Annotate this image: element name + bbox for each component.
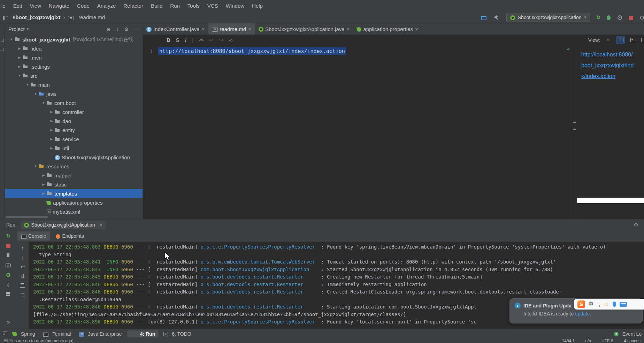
close-icon[interactable]: ×	[415, 26, 418, 32]
italic-button[interactable]: I	[185, 37, 186, 43]
tree-item-src[interactable]: ▼src	[5, 71, 143, 80]
preview-link-text[interactable]: x/index.action	[581, 71, 642, 82]
keyboard-icon[interactable]	[620, 302, 627, 307]
tree-item-dao[interactable]: ▶dao	[5, 116, 143, 125]
status-widget-utf-8[interactable]: UTF-8	[601, 338, 613, 343]
tree-item-sboot-jxxgzxwjglxt[interactable]: ▼sboot_jxxgzxwjglxt[zxwjdcxt] G:\shejiin…	[5, 35, 143, 44]
hide-panel-icon[interactable]: —	[134, 26, 139, 32]
thread-dump-icon[interactable]	[5, 262, 12, 268]
rerun-icon[interactable]: ↻	[5, 233, 12, 239]
tree-item-idea[interactable]: ▶.idea	[5, 44, 143, 53]
print-icon[interactable]	[20, 282, 26, 289]
stripe-button-icon[interactable]	[1, 39, 4, 42]
bold-button[interactable]: B	[167, 37, 170, 43]
tree-item-settings[interactable]: ▶.settings	[5, 62, 143, 71]
horizontal-scrollbar[interactable]	[6, 216, 48, 218]
menu-item-help[interactable]: Help	[248, 3, 267, 9]
menu-item-code[interactable]: Code	[73, 3, 93, 9]
tree-toggle-icon[interactable]: ▶	[16, 65, 23, 68]
ime-toolbar[interactable]: S 中 ’, ☺	[574, 299, 644, 310]
project-title[interactable]: Project	[8, 26, 25, 32]
status-widget-1484-1[interactable]: 1484:1	[562, 338, 575, 343]
tab-application-properties[interactable]: application.properties×	[353, 23, 422, 35]
preview-scrollbar[interactable]	[577, 198, 644, 203]
update-link[interactable]: update	[575, 311, 590, 317]
menu-item-refactor[interactable]: Refactor	[120, 3, 147, 9]
tree-toggle-icon[interactable]: ▶	[48, 110, 55, 114]
menu-item-build[interactable]: Build	[147, 3, 166, 9]
console-tab-endpoints[interactable]: Endpoints	[52, 231, 87, 241]
close-icon[interactable]: ×	[202, 26, 205, 32]
tree-toggle-icon[interactable]: ▶	[48, 146, 55, 150]
menu-item-view[interactable]: View	[26, 3, 45, 9]
selected-url-text[interactable]: http://localhost:8080/sboot_jxxgzxwjglxt…	[158, 47, 346, 55]
build-hammer-icon[interactable]	[493, 15, 499, 20]
tree-toggle-icon[interactable]: ▶	[16, 47, 23, 50]
coverage-gear-icon[interactable]: ⚙	[5, 272, 12, 278]
emoji-icon[interactable]: ☺	[604, 301, 609, 307]
tree-item-java[interactable]: ▼java	[5, 89, 143, 98]
tree-item-mybatis-xml[interactable]: xmybatis.xml	[5, 207, 143, 216]
settings-gear-icon[interactable]: ⚙	[634, 222, 638, 228]
preview-link-text[interactable]: boot_jxxgzxwjglxt/ind	[581, 60, 642, 71]
run-configuration-combo[interactable]: SbootJxxgzxwjglxtApplication ▾	[506, 13, 590, 22]
settings-gear-icon[interactable]: ⚙	[124, 26, 129, 32]
tree-toggle-icon[interactable]: ▼	[16, 74, 23, 77]
menu-item-run[interactable]: Run	[166, 3, 184, 9]
toolwindow-button-terminal[interactable]: Terminal	[40, 330, 74, 337]
tree-item-templates[interactable]: ▶templates	[5, 189, 143, 198]
mic-icon[interactable]	[613, 302, 616, 307]
toolwindow-button-event-lo[interactable]: 1Event Lo	[611, 330, 644, 337]
tree-item-com-boot[interactable]: ▼com.boot	[5, 98, 143, 107]
undo-button[interactable]: ↩	[209, 37, 214, 43]
tree-toggle-icon[interactable]: ▶	[40, 192, 47, 195]
down-stack-icon[interactable]: ↓	[20, 254, 26, 260]
menu-item-vcs[interactable]: VCS	[204, 3, 222, 9]
toolwindow-button-4-run[interactable]: 4: Run	[127, 330, 159, 337]
link-button[interactable]: ∞	[229, 37, 232, 43]
toolwindow-button-6-todo[interactable]: ≡6: TODO	[160, 330, 194, 337]
editor-and-preview-icon[interactable]	[616, 36, 625, 44]
tree-item-mapper[interactable]: ▶mapper	[5, 171, 143, 180]
preview-only-icon[interactable]	[629, 36, 638, 44]
rerun-icon[interactable]: ↻	[595, 14, 601, 21]
locate-icon[interactable]: ⊕	[107, 26, 111, 32]
tree-toggle-icon[interactable]: ▶	[48, 119, 55, 123]
console-tab-console[interactable]: Console	[17, 231, 50, 241]
tree-item-controller[interactable]: ▶controller	[5, 107, 143, 116]
ime-chinese-mode[interactable]: 中	[589, 301, 594, 307]
soft-wrap-icon[interactable]: ↩	[20, 264, 26, 270]
tree-toggle-icon[interactable]: ▼	[8, 38, 15, 41]
preview-link-text[interactable]: http://localhost:8080/	[581, 49, 642, 60]
breadcrumb-file[interactable]: readme.md	[78, 14, 105, 20]
tree-item-util[interactable]: ▶util	[5, 144, 143, 153]
close-icon[interactable]: ×	[248, 26, 251, 32]
status-widget-n-a[interactable]: n/a	[585, 338, 591, 343]
debug-bug-icon[interactable]	[607, 15, 611, 20]
profiler-icon[interactable]	[618, 15, 622, 20]
tree-toggle-icon[interactable]: ▶	[48, 137, 55, 141]
tab-readme-md[interactable]: Mreadme.md×	[208, 23, 255, 35]
chevron-down-icon[interactable]: ▾	[27, 27, 29, 31]
tree-item-static[interactable]: ▶static	[5, 180, 143, 189]
tree-item-mvn[interactable]: ▶.mvn	[5, 53, 143, 62]
tree-item-main[interactable]: ▼main	[5, 80, 143, 89]
tree-toggle-icon[interactable]: ▼	[32, 165, 39, 168]
menu-item-edit[interactable]: Edit	[9, 3, 26, 9]
menu-item-window[interactable]: Window	[222, 3, 248, 9]
breadcrumb-project[interactable]: sboot_jxxgzxwjglxt	[13, 14, 61, 20]
run-tab[interactable]: SbootJxxgzxwjglxtApplication ×	[21, 221, 106, 229]
layout-options-icon[interactable]	[641, 36, 644, 44]
menu-item-navigate[interactable]: Navigate	[45, 3, 73, 9]
tree-toggle-icon[interactable]: ▼	[24, 83, 31, 86]
tree-item-service[interactable]: ▶service	[5, 135, 143, 144]
search-everywhere-icon[interactable]	[640, 16, 644, 20]
toolwindow-button-java-enterprise[interactable]: JJava Enterprise	[76, 330, 125, 337]
stop-icon[interactable]	[5, 243, 12, 249]
up-stack-icon[interactable]: ↑	[20, 245, 26, 251]
scroll-to-end-icon[interactable]: ⇊	[20, 273, 26, 279]
stripe-button-icon[interactable]	[1, 48, 4, 51]
clear-all-icon[interactable]	[20, 292, 26, 298]
expand-collapse-icon[interactable]: ↕	[116, 26, 118, 32]
strikethrough-button[interactable]: S	[176, 37, 179, 43]
